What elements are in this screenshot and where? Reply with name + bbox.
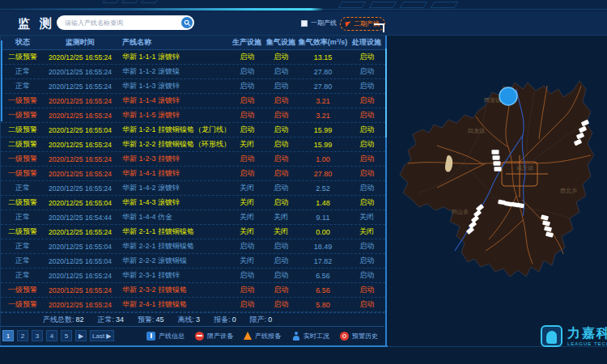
table-row[interactable]: 正常 2020/12/25 16:55:04 华新 2-2-2 滚镀铜镍 关闭 …: [1, 254, 385, 269]
table-row[interactable]: 正常 2020/12/25 16:55:24 华新 1-1-2 滚镀镍 启动 启…: [1, 65, 385, 79]
legend-label: 实时工况: [304, 332, 329, 341]
table-row[interactable]: 一级预警 2020/12/25 16:55:24 华新 1-4-1 挂镀锌 启动…: [1, 167, 385, 181]
legend-item[interactable]: 实时工况: [291, 332, 329, 341]
table-row[interactable]: 二级预警 2020/12/25 16:55:24 华新 1-1-1 滚镀锌 启动…: [1, 50, 385, 65]
table-row[interactable]: 正常 2020/12/25 16:55:24 华新 2-3-1 挂镀锌 启动 启…: [1, 269, 385, 283]
cell-production-facility: 关闭: [230, 197, 264, 208]
table-row[interactable]: 正常 2020/12/25 16:55:04 华新 2-2-1 挂镀铜镍铬 启动…: [1, 239, 385, 254]
report-icon: [244, 332, 252, 340]
cell-gas-efficiency: 6.56: [298, 286, 348, 294]
cell-production-facility: 启动: [230, 285, 264, 295]
summary-item: 限产:0: [250, 315, 273, 325]
page-button[interactable]: 5: [61, 330, 72, 341]
district-map: 两渡镇回龙镇城关镇西北乡冈山县: [388, 36, 607, 324]
header-bar: 监测 一期产线 二期产线: [0, 11, 607, 36]
column-header: 集气设施: [264, 37, 298, 48]
cell-production-facility: 启动: [230, 110, 264, 121]
legend-item[interactable]: 预警历史: [340, 332, 378, 341]
table-row[interactable]: 二级预警 2020/12/25 16:55:24 华新 2-1-1 挂镀铜镍铬 …: [1, 225, 385, 239]
facility-marker[interactable]: [492, 150, 499, 154]
table-row[interactable]: 正常 2020/12/25 16:54:44 华新 1-4-4 仿金 关闭 关闭…: [1, 210, 385, 225]
cell-line-name: 华新 2-2-2 滚镀铜镍: [119, 256, 230, 266]
cell-gas-facility: 启动: [264, 154, 298, 164]
legend-label: 产线报备: [255, 332, 281, 341]
cell-time: 2020/12/25 16:54:44: [41, 214, 119, 222]
cell-treatment-facility: 启动: [348, 299, 385, 310]
map-town-label: 两渡镇: [484, 97, 501, 104]
table-row[interactable]: 二级预警 2020/12/25 16:55:24 华新 1-2-2 挂镀铜镍铬（…: [1, 138, 385, 152]
scrollbar-thumb[interactable]: [385, 49, 387, 138]
alarm-history-icon: [340, 332, 349, 341]
legend-item[interactable]: 限产设备: [195, 332, 233, 341]
top-decoration-strip: [0, 0, 607, 11]
cell-line-name: 华新 1-1-3 滚镀锌: [119, 81, 230, 91]
table-row[interactable]: 一级预警 2020/12/25 16:55:24 华新 2-4-1 挂镀镍铬 启…: [1, 298, 385, 312]
cell-gas-facility: 启动: [264, 66, 298, 77]
info-icon: [146, 332, 155, 341]
cell-gas-efficiency: 2.52: [298, 184, 348, 193]
table-row[interactable]: 一级预警 2020/12/25 16:55:24 华新 1-1-4 滚镀锌 启动…: [1, 94, 385, 108]
cell-status: 一级预警: [4, 168, 41, 179]
next-page-button[interactable]: ▶: [75, 330, 87, 341]
cell-treatment-facility: 启动: [348, 110, 385, 121]
cell-status: 二级预警: [4, 52, 41, 62]
column-header: 生产设施: [230, 37, 264, 48]
page-button[interactable]: 4: [46, 330, 57, 341]
cell-production-facility: 启动: [230, 125, 264, 135]
cell-time: 2020/12/25 16:55:24: [41, 83, 119, 91]
facility-marker[interactable]: [493, 155, 500, 160]
cell-treatment-facility: 启动: [348, 66, 385, 77]
top-decoration: [431, 2, 459, 8]
legend-item[interactable]: 产线报备: [244, 332, 281, 341]
cell-time: 2020/12/25 16:55:24: [41, 272, 119, 280]
cell-gas-facility: 启动: [264, 197, 298, 208]
table-row[interactable]: 正常 2020/12/25 16:55:24 华新 1-4-2 滚镀锌 关闭 启…: [1, 181, 385, 196]
legend-item[interactable]: 产线信息: [146, 332, 185, 341]
table-row[interactable]: 一级预警 2020/12/25 16:55:24 华新 1-2-3 挂镀锌 启动…: [1, 152, 385, 167]
cell-status: 正常: [4, 256, 41, 266]
facility-marker[interactable]: [495, 167, 502, 171]
table-row[interactable]: 二级预警 2020/12/25 16:55:04 华新 1-2-1 挂镀铜镍铬（…: [1, 123, 385, 138]
cell-line-name: 华新 1-4-3 滚镀锌: [119, 197, 230, 208]
cell-gas-facility: 关闭: [264, 226, 298, 237]
column-header: 产线名称: [119, 37, 230, 48]
cell-status: 二级预警: [4, 226, 41, 237]
page-button[interactable]: 2: [17, 330, 28, 341]
cell-line-name: 华新 2-3-1 挂镀锌: [119, 270, 230, 281]
cell-time: 2020/12/25 16:55:24: [41, 68, 119, 76]
cell-status: 正常: [4, 270, 41, 281]
search-input[interactable]: [57, 19, 181, 27]
table-row[interactable]: 正常 2020/12/25 16:55:24 华新 1-1-3 滚镀锌 启动 启…: [1, 79, 385, 94]
map-town-label: 城关镇: [516, 164, 533, 171]
logo-subtitle: LEAGUE TECH: [567, 341, 607, 346]
cell-time: 2020/12/25 16:55:24: [41, 155, 119, 163]
phase1-checkbox[interactable]: 一期产线: [301, 19, 337, 28]
map-town-label: 回龙镇: [468, 128, 485, 134]
map-blue-marker[interactable]: [499, 87, 517, 105]
cell-time: 2020/12/25 16:55:04: [41, 199, 119, 207]
cell-status: 一级预警: [4, 285, 41, 295]
logo-icon: [541, 325, 562, 347]
cell-line-name: 华新 1-1-2 滚镀镍: [119, 66, 230, 77]
table-row[interactable]: 一级预警 2020/12/25 16:55:24 华新 1-1-5 滚镀锌 启动…: [1, 108, 385, 123]
cell-treatment-facility: 启动: [348, 52, 385, 62]
last-page-button[interactable]: Last ▶: [90, 330, 114, 341]
cell-time: 2020/12/25 16:55:24: [41, 184, 119, 193]
cell-status: 正常: [4, 212, 41, 222]
page-button[interactable]: 3: [32, 330, 43, 341]
flag-icon: [346, 21, 352, 27]
cell-treatment-facility: 启动: [348, 168, 385, 179]
table-row[interactable]: 一级预警 2020/12/25 16:55:24 华新 2-3-2 挂镀镍铬 启…: [1, 283, 385, 298]
page-button[interactable]: 1: [2, 330, 14, 341]
cell-line-name: 华新 2-1-1 挂镀铜镍铬: [119, 226, 230, 237]
facility-marker[interactable]: [494, 161, 501, 166]
search-button[interactable]: [181, 17, 193, 28]
pagination-pages: 12345▶Last ▶: [2, 330, 114, 341]
summary-item: 离线:3: [178, 315, 201, 325]
cell-line-name: 华新 1-4-1 挂镀锌: [119, 168, 230, 179]
cell-time: 2020/12/25 16:55:24: [41, 141, 119, 149]
cell-treatment-facility: 关闭: [348, 212, 385, 222]
table-row[interactable]: 二级预警 2020/12/25 16:55:04 华新 1-4-3 滚镀锌 关闭…: [1, 196, 385, 210]
summary-bar: 产线总数:82正常:34预警:45离线:3报备:0限产:0: [1, 312, 384, 326]
cell-line-name: 华新 2-2-1 挂镀铜镍铬: [119, 241, 230, 252]
